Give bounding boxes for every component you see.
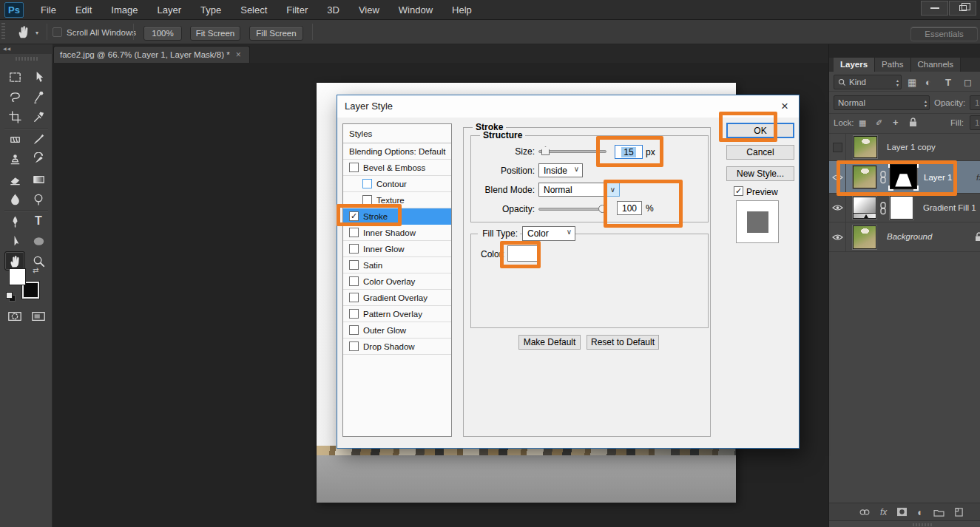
move-tool[interactable] [28,67,49,86]
visibility-cell[interactable] [829,222,846,251]
layer-thumbnail[interactable] [854,136,877,158]
new-layer-icon[interactable] [954,507,964,517]
visibility-cell[interactable] [829,134,846,160]
screen-mode-button[interactable] [28,307,49,326]
link-layers-icon[interactable] [859,508,871,517]
style-item-drop-shadow[interactable]: Drop Shadow [343,339,451,355]
blur-tool[interactable] [4,189,25,208]
document-tab-close-icon[interactable]: × [236,50,241,60]
healing-brush-tool[interactable] [4,129,25,149]
layer-row-layer1-copy[interactable]: Layer 1 copy [829,134,980,161]
dock-resize-grip[interactable] [913,523,932,526]
lasso-tool[interactable] [4,87,25,106]
make-default-button[interactable]: Make Default [518,335,581,350]
style-item-inner-shadow[interactable]: Inner Shadow [343,225,451,241]
eyedropper-tool[interactable] [28,107,49,126]
lock-transparency-icon[interactable]: ▦ [859,118,866,128]
add-layer-style-icon[interactable]: fx [880,507,887,517]
cancel-button[interactable]: Cancel [726,145,794,160]
zoom-100-button[interactable]: 100% [143,26,182,41]
eraser-tool[interactable] [4,169,25,188]
tools-panel-grip[interactable] [16,57,38,61]
lock-position-icon[interactable]: + [893,117,899,128]
style-item-bevel-emboss[interactable]: Bevel & Emboss [343,160,451,176]
menu-file[interactable]: File [31,0,66,20]
layer-name[interactable]: Background [887,232,932,241]
opacity-slider-track[interactable] [538,208,604,211]
dialog-close-icon[interactable]: × [777,98,793,115]
blend-mode-dropdown[interactable]: Normal [538,183,606,197]
layer-blend-mode-dropdown[interactable]: Normal ▴▾ [834,95,930,110]
minimize-button[interactable] [921,1,948,16]
style-item-color-overlay[interactable]: Color Overlay [343,273,451,290]
menu-filter[interactable]: Filter [277,0,317,20]
lock-paint-icon[interactable]: ✐ [876,118,882,128]
gradient-tool[interactable] [28,169,49,188]
pen-tool[interactable] [4,211,25,231]
filter-shape-layers-icon[interactable]: ◻ [964,77,972,88]
menu-type[interactable]: Type [191,0,231,20]
ellipse-shape-tool[interactable] [28,231,49,251]
path-selection-tool[interactable] [4,231,25,251]
visibility-cell[interactable] [829,194,846,222]
filter-pixel-layers-icon[interactable]: ▦ [908,77,916,88]
new-style-button[interactable]: New Style... [726,166,794,181]
layer-fill-value[interactable]: 100 [970,115,980,130]
layer-thumbnail[interactable] [853,225,876,249]
clone-stamp-tool[interactable] [4,149,25,169]
tab-layers[interactable]: Layers [834,58,875,72]
quick-mask-mode-button[interactable] [4,307,25,326]
mask-link-icon[interactable] [879,202,888,215]
menu-view[interactable]: View [349,0,389,20]
menu-image[interactable]: Image [101,0,147,20]
bevel-emboss-checkbox[interactable] [349,163,359,172]
fill-type-dropdown[interactable]: Color ∨ [522,226,575,241]
preview-checkbox[interactable]: ✓ [734,186,743,196]
foreground-color-swatch[interactable] [9,268,26,285]
add-layer-mask-icon[interactable] [896,507,908,517]
tab-channels[interactable]: Channels [911,58,962,72]
gradient-fill-thumbnail[interactable] [853,197,876,219]
filter-type-layers-icon[interactable]: T [945,77,951,88]
pattern-overlay-checkbox[interactable] [349,309,359,319]
history-brush-tool[interactable] [28,149,49,169]
restore-button[interactable] [949,1,976,16]
style-item-satin[interactable]: Satin [343,257,451,273]
menu-edit[interactable]: Edit [66,0,101,20]
menu-3d[interactable]: 3D [317,0,349,20]
menu-select[interactable]: Select [231,0,277,20]
type-tool[interactable]: T [28,211,49,231]
document-tab[interactable]: face2.jpg @ 66.7% (Layer 1, Layer Mask/8… [53,46,250,63]
lock-all-icon[interactable] [909,118,917,127]
style-item-inner-glow[interactable]: Inner Glow [343,241,451,257]
style-item-gradient-overlay[interactable]: Gradient Overlay [343,290,451,306]
contour-checkbox[interactable] [362,179,372,188]
menu-layer[interactable]: Layer [148,0,192,20]
tab-paths[interactable]: Paths [875,58,910,72]
menu-help[interactable]: Help [442,0,481,20]
drop-shadow-checkbox[interactable] [349,341,359,351]
style-item-contour[interactable]: Contour [343,176,451,192]
layer-row-background[interactable]: Background [829,222,980,252]
inner-glow-checkbox[interactable] [349,244,359,254]
tool-preset-caret-icon[interactable]: ▾ [36,30,38,36]
add-adjustment-layer-icon[interactable]: ◐ [917,506,923,518]
collapse-panel-icon[interactable]: ◀◀ [0,44,53,54]
satin-checkbox[interactable] [349,260,359,270]
hidden-eye-well[interactable] [833,143,842,152]
style-item-outer-glow[interactable]: Outer Glow [343,322,451,339]
layer-name[interactable]: Layer 1 copy [887,143,936,152]
gradient-mask-thumbnail[interactable] [890,196,913,220]
blending-options-item[interactable]: Blending Options: Default [343,143,451,160]
brush-tool[interactable] [28,129,49,149]
position-dropdown[interactable]: Inside ∨ [538,163,583,177]
layer-row-gradient-fill[interactable]: Gradient Fill 1 [829,194,980,222]
layer-name[interactable]: Gradient Fill 1 [923,203,976,212]
quick-selection-tool[interactable] [28,87,49,106]
crop-tool[interactable] [4,107,25,126]
current-tool-hand-icon[interactable] [16,24,34,41]
workspace-selector[interactable]: Essentials [910,27,978,41]
rectangular-marquee-tool[interactable] [4,67,25,86]
default-colors-icon[interactable] [6,292,15,301]
layer-opacity-value[interactable]: 100 [970,95,980,110]
